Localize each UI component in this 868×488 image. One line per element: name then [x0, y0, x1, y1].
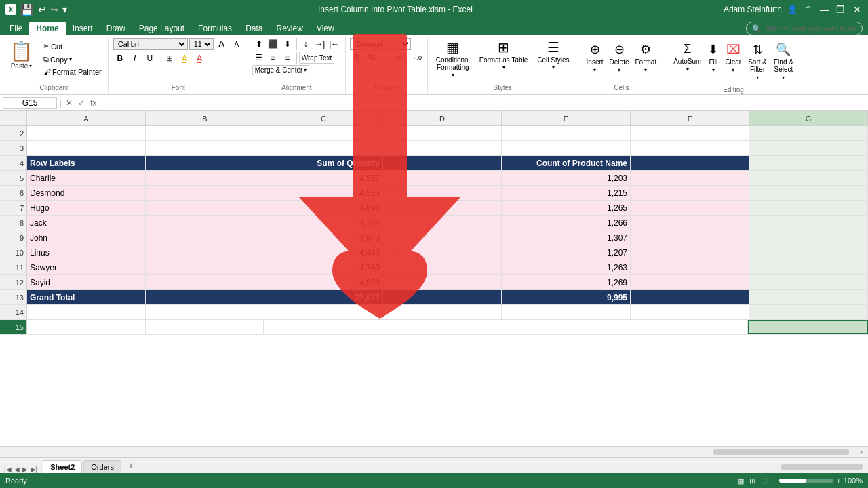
cell-g8[interactable]: [749, 216, 868, 230]
font-size-select[interactable]: 11: [189, 38, 214, 50]
v-scroll-thumb[interactable]: [781, 464, 863, 470]
col-header-b[interactable]: B: [146, 111, 264, 125]
cell-c9[interactable]: 4,940: [264, 230, 383, 245]
col-header-a[interactable]: A: [27, 111, 146, 125]
cell-d6[interactable]: [383, 186, 502, 200]
find-select-btn[interactable]: 🔍 Find &Select ▾: [771, 41, 796, 82]
col-header-g[interactable]: G: [749, 111, 868, 125]
insert-btn[interactable]: ⊕ Insert ▾: [584, 41, 606, 75]
paste-button[interactable]: 📋 Paste ▾: [4, 38, 39, 83]
tab-review[interactable]: Review: [269, 22, 309, 35]
cell-c14[interactable]: [264, 305, 383, 319]
cell-b6[interactable]: [146, 186, 264, 200]
cell-g13[interactable]: [749, 290, 868, 304]
cell-e8[interactable]: 1,266: [502, 216, 631, 230]
font-color-button[interactable]: A̲: [193, 52, 206, 64]
cell-g14[interactable]: [749, 305, 868, 319]
tell-me-bar[interactable]: 🔍 Tell me what you want to do: [746, 22, 863, 35]
cell-b2[interactable]: [146, 126, 264, 140]
conditional-formatting-btn[interactable]: ▦ ConditionalFormatting ▾: [432, 38, 474, 79]
cell-d4[interactable]: [383, 156, 502, 170]
fill-color-button[interactable]: A̲: [178, 52, 191, 64]
sheet-next-btn[interactable]: ▶: [21, 466, 29, 473]
cell-g4[interactable]: [749, 156, 868, 170]
percent-btn[interactable]: %: [365, 52, 378, 64]
cell-b15[interactable]: [146, 320, 264, 334]
tab-data[interactable]: Data: [239, 22, 269, 35]
cell-c4[interactable]: Sum of Quantity: [264, 156, 383, 170]
font-family-select[interactable]: Calibri: [113, 38, 188, 50]
cell-c13[interactable]: 37,877: [264, 290, 383, 304]
align-left-btn[interactable]: ☰: [252, 52, 266, 64]
cell-f13[interactable]: [631, 290, 749, 304]
indent-decrease-btn[interactable]: |←: [328, 38, 341, 50]
text-direction-btn[interactable]: ↕: [299, 38, 313, 50]
cell-d9[interactable]: [383, 230, 502, 245]
cell-b12[interactable]: [146, 275, 264, 289]
cell-f11[interactable]: [631, 260, 749, 274]
view-normal-icon[interactable]: ▦: [737, 476, 744, 485]
cell-b14[interactable]: [146, 305, 264, 319]
cell-f14[interactable]: [631, 305, 749, 319]
format-as-table-btn[interactable]: ⊞ Format as Table ▾: [475, 38, 532, 72]
cell-e5[interactable]: 1,203: [502, 171, 631, 185]
align-middle-btn[interactable]: ⬛: [267, 38, 280, 50]
ribbon-toggle-btn[interactable]: ⌃: [803, 4, 814, 15]
cell-a8[interactable]: Jack: [27, 216, 146, 230]
cell-g6[interactable]: [749, 186, 868, 200]
delete-btn[interactable]: ⊖ Delete ▾: [607, 41, 632, 75]
italic-button[interactable]: I: [128, 52, 142, 64]
cell-c6[interactable]: 4,535: [264, 186, 383, 200]
cell-a9[interactable]: John: [27, 230, 146, 245]
cell-b13[interactable]: [146, 290, 264, 304]
cell-e13[interactable]: 9,995: [502, 290, 631, 304]
cell-b11[interactable]: [146, 260, 264, 274]
cell-b8[interactable]: [146, 216, 264, 230]
cell-f4[interactable]: [631, 156, 749, 170]
zoom-in-btn[interactable]: +: [836, 476, 840, 485]
sheet-tab-orders[interactable]: Orders: [83, 460, 121, 473]
cell-c15[interactable]: [264, 320, 382, 334]
decimal-decrease-btn[interactable]: .0←: [395, 52, 408, 64]
cell-e2[interactable]: [502, 126, 631, 140]
cell-e10[interactable]: 1,207: [502, 245, 631, 260]
cell-d11[interactable]: [383, 260, 502, 274]
cell-b7[interactable]: [146, 201, 264, 215]
cell-b4[interactable]: [146, 156, 264, 170]
paste-dropdown-icon[interactable]: ▾: [29, 63, 32, 69]
redo-icon[interactable]: ↪: [50, 4, 58, 15]
cell-a15[interactable]: [27, 320, 146, 334]
cell-e6[interactable]: 1,215: [502, 186, 631, 200]
cell-a6[interactable]: Desmond: [27, 186, 146, 200]
wrap-text-btn[interactable]: Wrap Text: [299, 52, 335, 64]
cell-e12[interactable]: 1,269: [502, 275, 631, 289]
cell-a13[interactable]: Grand Total: [27, 290, 146, 304]
tab-page-layout[interactable]: Page Layout: [132, 22, 191, 35]
minimize-btn[interactable]: —: [819, 4, 830, 15]
cell-d12[interactable]: [383, 275, 502, 289]
increase-font-btn[interactable]: A: [215, 38, 229, 50]
cell-g12[interactable]: [749, 275, 868, 289]
save-icon[interactable]: 💾: [20, 3, 34, 16]
cell-a2[interactable]: [27, 126, 146, 140]
tab-formulas[interactable]: Formulas: [191, 22, 239, 35]
cell-c12[interactable]: 4,968: [264, 275, 383, 289]
cell-a14[interactable]: [27, 305, 146, 319]
scroll-right-btn[interactable]: ›: [854, 447, 868, 458]
col-header-c[interactable]: C: [264, 111, 383, 125]
cell-c7[interactable]: 4,890: [264, 201, 383, 215]
align-right-btn[interactable]: ≡: [281, 52, 294, 64]
cell-d14[interactable]: [383, 305, 502, 319]
restore-btn[interactable]: ❐: [835, 4, 846, 15]
tab-file[interactable]: File: [3, 22, 29, 35]
confirm-formula-icon[interactable]: ✓: [77, 97, 86, 109]
cell-d3[interactable]: [383, 141, 502, 155]
cell-g9[interactable]: [749, 230, 868, 245]
copy-button[interactable]: ⧉ Copy ▾: [41, 54, 104, 65]
border-button[interactable]: ⊞: [163, 52, 176, 64]
currency-btn[interactable]: $: [350, 52, 363, 64]
cell-b5[interactable]: [146, 171, 264, 185]
sheet-tab-sheet2[interactable]: Sheet2: [43, 460, 82, 473]
cell-g7[interactable]: [749, 201, 868, 215]
name-box[interactable]: [3, 97, 57, 109]
